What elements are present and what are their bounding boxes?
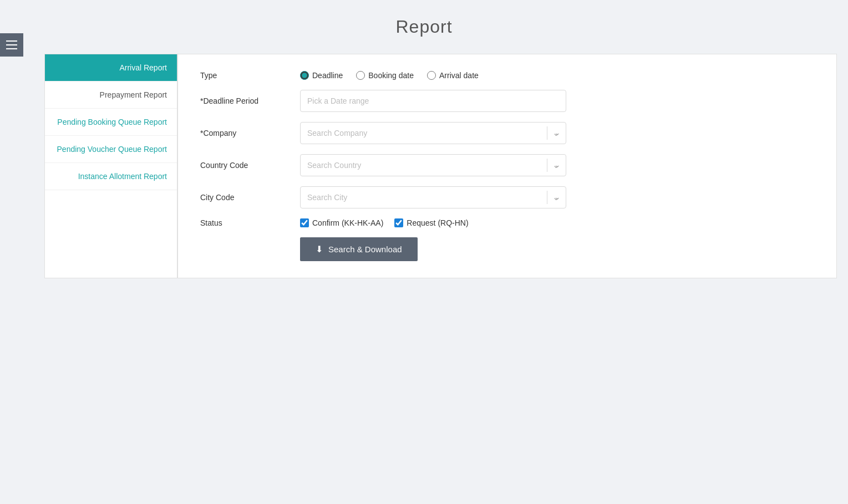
search-download-button[interactable]: ⬇ Search & Download bbox=[300, 237, 418, 261]
deadline-period-row: *Deadline Period bbox=[200, 90, 814, 112]
hamburger-button[interactable] bbox=[0, 33, 23, 57]
deadline-period-input[interactable] bbox=[300, 90, 566, 112]
city-input[interactable] bbox=[300, 186, 566, 208]
confirm-checkbox-label[interactable]: Confirm (KK-HK-AA) bbox=[300, 218, 383, 227]
city-code-row: City Code ⌄ bbox=[200, 186, 814, 208]
sidebar-item-pending-voucher-queue[interactable]: Pending Voucher Queue Report bbox=[45, 136, 177, 163]
status-group: Confirm (KK-HK-AA) Request (RQ-HN) bbox=[300, 218, 566, 227]
status-row: Status Confirm (KK-HK-AA) Request (RQ-HN… bbox=[200, 218, 814, 227]
country-select-wrap: ⌄ bbox=[300, 154, 566, 176]
sidebar-item-arrival-report[interactable]: Arrival Report bbox=[45, 54, 177, 82]
company-label: *Company bbox=[200, 129, 300, 138]
page-title: Report bbox=[0, 0, 848, 48]
deadline-period-wrap bbox=[300, 90, 566, 112]
company-row: *Company ⌄ bbox=[200, 122, 814, 144]
type-row: Type Deadline Booking date Arrival date bbox=[200, 71, 814, 80]
type-radio-group-wrap: Deadline Booking date Arrival date bbox=[300, 71, 566, 80]
country-code-label: Country Code bbox=[200, 161, 300, 170]
download-icon: ⬇ bbox=[316, 244, 323, 254]
radio-deadline[interactable]: Deadline bbox=[300, 71, 343, 80]
country-code-row: Country Code ⌄ bbox=[200, 154, 814, 176]
hamburger-line-1 bbox=[6, 40, 17, 42]
hamburger-line-3 bbox=[6, 48, 17, 49]
status-label: Status bbox=[200, 218, 300, 227]
request-checkbox-label[interactable]: Request (RQ-HN) bbox=[394, 218, 468, 227]
radio-booking-date-input[interactable] bbox=[356, 71, 365, 80]
main-container: Arrival Report Prepayment Report Pending… bbox=[33, 54, 848, 278]
radio-arrival-date[interactable]: Arrival date bbox=[427, 71, 479, 80]
city-select-wrap: ⌄ bbox=[300, 186, 566, 208]
country-input[interactable] bbox=[300, 154, 566, 176]
radio-booking-date[interactable]: Booking date bbox=[356, 71, 414, 80]
deadline-period-label: *Deadline Period bbox=[200, 96, 300, 105]
sidebar: Arrival Report Prepayment Report Pending… bbox=[44, 54, 177, 278]
company-select-wrap: ⌄ bbox=[300, 122, 566, 144]
radio-arrival-date-input[interactable] bbox=[427, 71, 436, 80]
radio-deadline-input[interactable] bbox=[300, 71, 309, 80]
sidebar-item-prepayment-report[interactable]: Prepayment Report bbox=[45, 82, 177, 109]
sidebar-item-instance-allotment[interactable]: Instance Allotment Report bbox=[45, 163, 177, 190]
status-checkbox-wrap: Confirm (KK-HK-AA) Request (RQ-HN) bbox=[300, 218, 566, 227]
request-checkbox[interactable] bbox=[394, 218, 403, 227]
confirm-checkbox[interactable] bbox=[300, 218, 309, 227]
content-panel: Type Deadline Booking date Arrival date bbox=[177, 54, 837, 278]
type-label: Type bbox=[200, 71, 300, 80]
city-code-label: City Code bbox=[200, 193, 300, 202]
company-input[interactable] bbox=[300, 122, 566, 144]
type-radio-group: Deadline Booking date Arrival date bbox=[300, 71, 566, 80]
sidebar-item-pending-booking-queue[interactable]: Pending Booking Queue Report bbox=[45, 109, 177, 136]
hamburger-line-2 bbox=[6, 44, 17, 45]
